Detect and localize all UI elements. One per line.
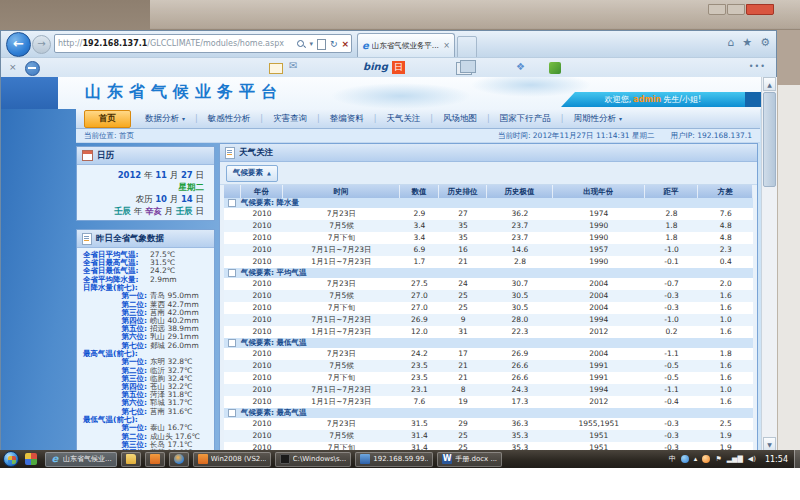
table-row[interactable]: 20107月23日31.52936.31955,1951-0.32.5 <box>224 418 753 430</box>
main-panel-title: 天气关注 <box>239 147 273 159</box>
favorites-star-icon[interactable]: ★ <box>742 36 752 49</box>
checkbox[interactable] <box>228 339 236 347</box>
new-tab-button[interactable] <box>457 36 477 58</box>
scrollbar[interactable]: ▲ ▼ <box>761 77 777 451</box>
table-row[interactable]: 20101月1日~7月23日12.03122.320120.21.6 <box>224 326 753 338</box>
table-row[interactable]: 20107月23日24.21726.92004-1.11.8 <box>224 348 753 360</box>
compatibility-view-icon[interactable] <box>317 39 326 50</box>
row-cell-select <box>224 232 241 244</box>
calendar-line: 星期二 <box>77 181 204 193</box>
speaker-icon[interactable]: ◀) <box>748 454 756 464</box>
nav-item-1[interactable]: 数据分析▾ <box>135 111 195 127</box>
climate-element-button[interactable]: 气候要素 ▲ <box>226 165 278 182</box>
table-row[interactable]: 20107月下旬27.02530.52004-0.31.6 <box>224 302 753 314</box>
photos-icon[interactable] <box>456 62 472 75</box>
taskbar-window-2[interactable] <box>145 452 165 467</box>
addon-icon[interactable] <box>549 62 561 74</box>
browser-tab[interactable]: e 山东省气候业务平... × <box>357 33 455 57</box>
home-icon[interactable]: ⌂ <box>727 36 734 49</box>
forward-button[interactable]: → <box>32 35 51 54</box>
table-row[interactable]: 20107月23日27.52430.72004-0.72.0 <box>224 278 753 290</box>
show-hidden-icons[interactable]: ▴ <box>694 454 698 464</box>
table-cell: 1957 <box>553 244 645 256</box>
group-row[interactable]: 气候要素: 最高气温 <box>224 408 753 418</box>
table-row[interactable]: 20107月1日~7月23日23.1824.31994-1.11.0 <box>224 384 753 396</box>
back-button[interactable]: ← <box>6 32 31 57</box>
chevron-down-icon[interactable]: ▾ <box>309 35 313 53</box>
nav-item-3[interactable]: 灾害查询 <box>263 111 317 127</box>
taskbar-window-3[interactable] <box>169 452 189 467</box>
stop-icon[interactable]: × <box>341 35 349 53</box>
scroll-up-icon[interactable]: ▲ <box>763 77 776 91</box>
gear-icon[interactable]: ⚙ <box>760 36 770 49</box>
taskbar-window-5[interactable]: C:\Windows\s... <box>275 452 352 467</box>
group-row[interactable]: 气候要素: 最低气温 <box>224 338 753 348</box>
clock[interactable]: 11:54 <box>765 455 788 464</box>
table-cell: 1955,1951 <box>553 418 645 430</box>
language-indicator[interactable]: 中 <box>669 454 676 464</box>
table-row[interactable]: 20107月23日2.92736.219742.87.6 <box>224 208 753 220</box>
table-cell: 24.3 <box>487 384 553 396</box>
table-row[interactable]: 20101月1日~7月23日1.7212.81990-0.10.4 <box>224 256 753 268</box>
scrollbar-thumb[interactable] <box>763 92 776 187</box>
minimize-icon[interactable] <box>708 4 726 15</box>
quick-launch-icon[interactable] <box>25 453 37 465</box>
firefox-tray-icon[interactable] <box>702 455 710 463</box>
maximize-icon[interactable] <box>727 4 745 15</box>
sparkle-icon[interactable]: ❖ <box>516 61 525 72</box>
blocked-content-icon[interactable] <box>25 61 40 76</box>
table-row[interactable]: 20107月1日~7月23日26.9928.01994-1.01.0 <box>224 314 753 326</box>
checkbox[interactable] <box>228 409 236 417</box>
toolbar-close-icon[interactable]: × <box>9 62 17 72</box>
taskbar-window-1[interactable] <box>121 452 141 467</box>
card-icon[interactable] <box>269 63 283 74</box>
nav-item-5[interactable]: 天气关注 <box>376 111 430 127</box>
table-cell: -0.1 <box>645 256 699 268</box>
nav-item-0[interactable]: 首页 <box>84 110 131 128</box>
bing-logo[interactable]: bing <box>363 61 388 72</box>
taskbar-window-0[interactable]: e山东省气候业... <box>45 452 117 467</box>
close-icon[interactable] <box>746 4 774 15</box>
taskbar-window-4[interactable]: Win2008 (VS2... <box>193 452 271 467</box>
mail-icon[interactable]: ✉ <box>289 60 297 71</box>
address-bar[interactable]: http://192.168.137.1/GLCCLIMATE/modules/… <box>54 34 352 53</box>
taskbar-window-6[interactable]: 192.168.59.99... <box>355 452 433 467</box>
show-desktop-button[interactable] <box>794 450 800 468</box>
nav-item-7[interactable]: 国家下行产品 <box>490 111 561 127</box>
table-row[interactable]: 20107月1日~7月23日6.91614.61957-1.02.3 <box>224 244 753 256</box>
group-row[interactable]: 气候要素: 降水量 <box>224 198 753 208</box>
row-cell-select <box>224 326 241 338</box>
nav-item-2[interactable]: 敏感性分析 <box>198 111 261 127</box>
bing-badge-icon[interactable]: 日 <box>392 61 405 74</box>
action-center-flag-icon[interactable]: ⚑ <box>715 454 721 464</box>
table-row[interactable]: 20107月5候23.52126.61991-0.51.6 <box>224 360 753 372</box>
table-row[interactable]: 20101月1日~7月23日7.61917.32012-0.41.6 <box>224 396 753 408</box>
checkbox[interactable] <box>228 269 236 277</box>
row-cell-select <box>224 256 241 268</box>
start-button[interactable] <box>3 451 19 467</box>
group-row[interactable]: 气候要素: 平均气温 <box>224 268 753 278</box>
table-cell: 23.5 <box>400 360 440 372</box>
refresh-icon[interactable]: ↻ <box>330 35 338 53</box>
table-row[interactable]: 20107月下旬3.43523.719901.84.8 <box>224 232 753 244</box>
checkbox[interactable] <box>228 199 236 207</box>
more-icon[interactable]: ••• <box>749 62 766 71</box>
nav-item-6[interactable]: 风场地图 <box>433 111 487 127</box>
network-icon[interactable]: ▂▅▇ <box>727 454 743 464</box>
scroll-down-icon[interactable]: ▼ <box>763 437 776 451</box>
table-cell: 30.7 <box>487 278 553 290</box>
taskbar-window-label: 手册.docx ... <box>455 454 497 464</box>
table-cell: -0.3 <box>645 418 699 430</box>
taskbar-window-7[interactable]: W手册.docx ... <box>437 452 502 467</box>
table-row[interactable]: 20107月5候31.42535.31951-0.31.9 <box>224 430 753 442</box>
table-row[interactable]: 20107月5候3.43523.719901.84.8 <box>224 220 753 232</box>
update-tray-icon[interactable] <box>681 455 689 463</box>
nav-item-8[interactable]: 周期性分析▾ <box>563 111 632 127</box>
tab-close-icon[interactable]: × <box>443 41 450 50</box>
header-cell: 出现年份 <box>553 185 645 198</box>
table-row[interactable]: 20107月5候27.02530.52004-0.31.6 <box>224 290 753 302</box>
table-row[interactable]: 20107月下旬23.52126.61991-0.51.6 <box>224 372 753 384</box>
calendar-line: 壬辰 年 辛亥 月 壬辰 日 <box>77 205 204 217</box>
search-icon[interactable] <box>297 40 305 48</box>
nav-item-4[interactable]: 整编资料 <box>320 111 374 127</box>
